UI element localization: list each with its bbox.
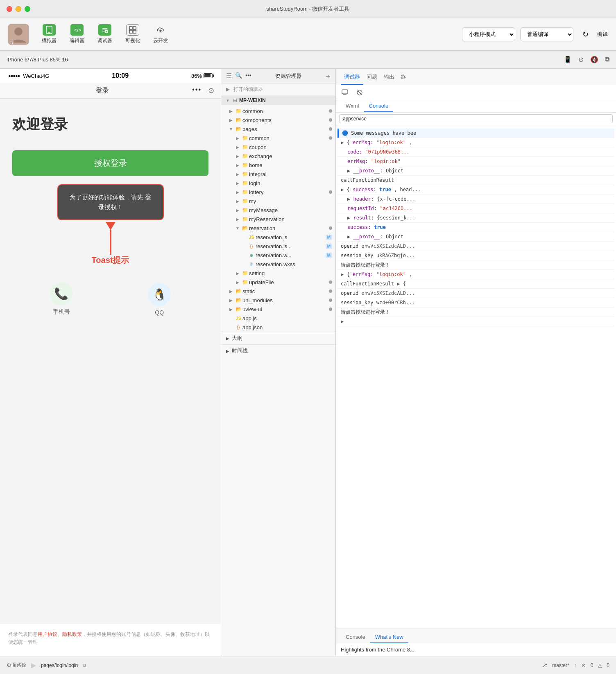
console-msg-callFn2: callFunctionResult ▶ { (337, 279, 614, 289)
simulator-icon (43, 24, 56, 36)
right-arrow-icon[interactable]: ⇥ (326, 73, 331, 79)
tree-item-updateFile[interactable]: ▶ 📁 updateFile (221, 278, 335, 287)
refresh-button[interactable]: ↻ (578, 27, 592, 41)
user-agreement-link[interactable]: 用户协议 (38, 631, 57, 637)
more-icon[interactable]: ••• (245, 72, 251, 80)
phone-contact-label: 手机号 (53, 308, 70, 316)
tree-item-reservation-js[interactable]: JS reservation.js M (221, 233, 335, 242)
tree-item-reservation-wxml[interactable]: ⊕ reservation.w... M (221, 251, 335, 260)
tree-item-static[interactable]: ▶ 📂 static (221, 287, 335, 296)
inspect-button[interactable] (339, 87, 351, 98)
tree-item-uview-ui[interactable]: ▶ 📂 uview-ui (221, 305, 335, 314)
record-icon[interactable]: ⊙ (578, 56, 584, 63)
folder-reservation-icon: 📂 (241, 225, 249, 231)
minimize-button[interactable] (16, 6, 21, 12)
tree-item-pages-common[interactable]: ▶ 📁 common (221, 133, 335, 142)
tree-item-home[interactable]: ▶ 📁 home (221, 161, 335, 170)
tab-wxml[interactable]: Wxml (341, 100, 364, 112)
tree-item-reservation[interactable]: ▼ 📂 reservation (221, 224, 335, 233)
tree-item-lottery[interactable]: ▶ 📁 lottery (221, 188, 335, 197)
tree-item-components[interactable]: ▶ 📂 components (221, 115, 335, 124)
folder-my-icon: 📁 (241, 198, 249, 204)
console-msg-login1: 请点击授权进行登录！ (337, 260, 614, 270)
folder-pages-icon: 📂 (234, 126, 242, 132)
cloud-button[interactable]: 云开发 (148, 22, 173, 47)
outline-header[interactable]: ▶ 大纲 (221, 332, 335, 344)
audio-icon[interactable]: 🔇 (590, 56, 598, 63)
tree-item-common-1[interactable]: ▶ 📁 common (221, 106, 335, 115)
tree-item-coupon[interactable]: ▶ 📁 coupon (221, 142, 335, 152)
tree-item-pages[interactable]: ▼ 📂 pages (221, 124, 335, 133)
toolbar-right: 小程序模式 插件模式 普通编译 自定义编译 ↻ 编译 (462, 27, 608, 41)
svg-rect-13 (129, 30, 132, 33)
console-msg-2a: ▶ header: {x-fc-code... (337, 195, 614, 204)
tree-item-uni_modules[interactable]: ▶ 📂 uni_modules (221, 296, 335, 305)
tab-output[interactable]: 输出 (380, 70, 398, 85)
debugger-button[interactable]: 调试器 (93, 22, 117, 47)
phone-contact-item[interactable]: 📞 手机号 (50, 282, 73, 316)
device-select[interactable]: iPhone 6/7/8 Plus 85% 16 (7, 57, 68, 63)
folder-lottery-icon: 📁 (241, 189, 249, 195)
screen-icon[interactable]: ⧉ (605, 56, 609, 63)
editor-button[interactable]: </> 编辑器 (65, 22, 89, 47)
phone-status-left: ●●●●● WeChat4G (8, 73, 49, 79)
privacy-policy-link[interactable]: 隐私政策 (62, 631, 82, 637)
phone-content: 欢迎登录 授权登录 为了更好的功能体验，请先 登录授权！ Toast提示 📞 手… (0, 99, 221, 624)
phone-icon[interactable]: 📱 (564, 56, 572, 63)
console-msg-2: ▶ { success: true , head... (337, 185, 614, 195)
tree-item-myReservation[interactable]: ▶ 📁 myReservation (221, 215, 335, 224)
tab-console-bottom[interactable]: Console (341, 631, 370, 643)
nav-more[interactable]: ••• (192, 86, 202, 95)
copy-icon[interactable]: ⧉ (83, 663, 86, 668)
maximize-button[interactable] (25, 6, 30, 12)
devicebar-icons: 📱 ⊙ 🔇 ⧉ (564, 56, 609, 63)
tab-whats-new[interactable]: What's New (370, 631, 408, 643)
simulator-button[interactable]: 模拟器 (37, 22, 61, 47)
tree-item-reservation-json[interactable]: {} reservation.js... M (221, 242, 335, 251)
close-button[interactable] (7, 6, 12, 12)
tree-item-reservation-wxss[interactable]: # reservation.wxss (221, 260, 335, 269)
search-icon[interactable]: 🔍 (235, 72, 242, 80)
cloud-icon (154, 24, 167, 36)
warning-count: 0 (607, 663, 609, 668)
debug-toolbar (336, 85, 616, 100)
folder-myReservation-icon: 📁 (241, 216, 249, 222)
tree-item-app-json[interactable]: {} app.json (221, 323, 335, 332)
timeline-header[interactable]: ▶ 时间线 (221, 345, 335, 357)
tab-terminal[interactable]: 终 (398, 70, 410, 85)
editor-icon: </> (70, 24, 84, 36)
compile-select[interactable]: 普通编译 自定义编译 (520, 27, 573, 41)
battery-pct: 86% (191, 73, 202, 79)
tree-item-integral[interactable]: ▶ 📁 integral (221, 170, 335, 179)
tree-item-login[interactable]: ▶ 📁 login (221, 179, 335, 188)
tab-debugger[interactable]: 调试器 (341, 70, 363, 85)
svg-point-1 (14, 27, 23, 36)
mp-weixin-root[interactable]: ▼ ⊟ MP-WEIXIN (221, 96, 335, 105)
tree-item-exchange[interactable]: ▶ 📁 exchange (221, 152, 335, 161)
tree-item-my[interactable]: ▶ 📁 my (221, 197, 335, 206)
tree-item-myMessage[interactable]: ▶ 📁 myMessage (221, 206, 335, 215)
mp-weixin-icon: ⊟ (231, 97, 239, 104)
upload-icon[interactable]: ↑ (574, 663, 577, 668)
svg-text:</>: </> (74, 27, 81, 33)
nav-actions: ••• ⊙ (181, 86, 214, 95)
qq-contact-item[interactable]: 🐧 QQ (148, 283, 171, 316)
auth-button[interactable]: 授权登录 (12, 150, 208, 176)
nav-close[interactable]: ⊙ (208, 86, 214, 95)
mode-select[interactable]: 小程序模式 插件模式 (462, 27, 515, 41)
visual-button[interactable]: 可视化 (120, 22, 145, 47)
block-button[interactable] (354, 87, 365, 98)
folder-integral-icon: 📁 (241, 171, 249, 177)
qq-contact-label: QQ (155, 309, 164, 316)
folder-uni-modules-icon: 📂 (234, 297, 242, 303)
list-icon[interactable]: ☰ (226, 72, 232, 80)
open-editors-section[interactable]: ▶ 打开的编辑器 (221, 84, 335, 96)
console-filter-input[interactable] (339, 114, 613, 123)
tree-item-setting[interactable]: ▶ 📁 setting (221, 269, 335, 278)
branch-icon: ⎇ (541, 663, 547, 668)
tree-item-app-js[interactable]: JS app.js (221, 314, 335, 323)
tab-issues[interactable]: 问题 (363, 70, 380, 85)
tab-console[interactable]: Console (364, 100, 394, 112)
console-msg-1a: code: "071p9N0w368... (337, 147, 614, 157)
svg-line-10 (107, 32, 108, 33)
